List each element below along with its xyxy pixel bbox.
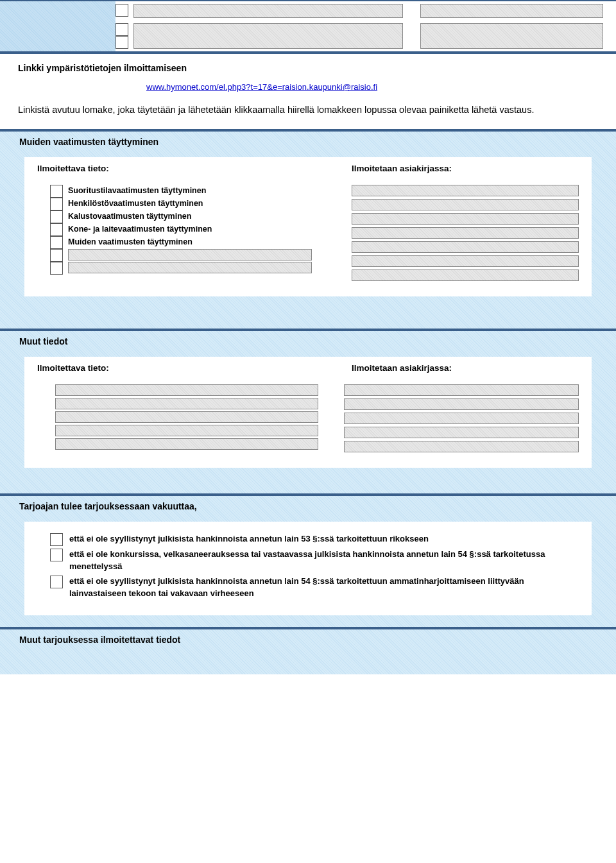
fill-field[interactable] — [133, 23, 403, 49]
top-content — [116, 1, 616, 51]
checkbox[interactable] — [116, 23, 128, 36]
checkbox[interactable] — [50, 210, 63, 223]
top-row-1 — [116, 1, 616, 21]
link-paragraph: Linkistä avutuu lomake, joka täytetään j… — [18, 103, 603, 116]
top-row-2 — [116, 21, 616, 51]
fill-field[interactable] — [344, 441, 579, 452]
fill-field[interactable] — [352, 199, 579, 210]
col-header-left: Ilmoitettava tieto: — [37, 363, 313, 373]
fill-field[interactable] — [352, 255, 579, 267]
checkbox[interactable] — [50, 185, 63, 198]
requirement-label: Kalustovaatimusten täyttyminen — [68, 210, 191, 221]
fill-field[interactable] — [352, 213, 579, 225]
fill-field[interactable] — [133, 4, 403, 18]
checkbox[interactable] — [50, 533, 63, 546]
checkbox[interactable] — [50, 249, 63, 262]
fill-field[interactable] — [68, 249, 312, 261]
requirement-label: Suoritustilavaatimusten täyttyminen — [68, 185, 206, 195]
fill-field[interactable] — [55, 425, 318, 436]
col-header-right: Ilmoitetaan asiakirjassa: — [352, 164, 579, 173]
assurance-text: että ei ole konkursissa, velkasaneerauks… — [69, 549, 579, 573]
env-info-link[interactable]: www.hymonet.com/el.php3?t=17&e=raision.k… — [146, 82, 377, 92]
checkbox[interactable] — [50, 262, 63, 275]
checkbox[interactable] — [50, 576, 63, 588]
fill-field[interactable] — [352, 241, 579, 253]
checkbox[interactable] — [50, 549, 63, 561]
col-header-left: Ilmoitettava tieto: — [37, 164, 313, 173]
checkbox[interactable] — [50, 223, 63, 236]
assurance-list: että ei ole syyllistynyt julkisista hank… — [24, 522, 592, 615]
inner-box: Ilmoitettava tieto: Ilmoitetaan asiakirj… — [24, 157, 592, 296]
section-link: Linkki ympäristötietojen ilmoittamiseen … — [0, 53, 616, 130]
checkbox[interactable] — [116, 36, 128, 49]
fill-field[interactable] — [55, 384, 318, 396]
checkbox[interactable] — [116, 4, 128, 17]
requirement-label: Kone- ja laitevaatimusten täyttyminen — [68, 223, 212, 234]
section-header: Muut tiedot — [0, 331, 616, 352]
fill-field[interactable] — [55, 411, 318, 423]
top-block — [0, 0, 616, 53]
page: Linkki ympäristötietojen ilmoittamiseen … — [0, 0, 616, 674]
section-header: Tarjoajan tulee tarjouksessaan vakuuttaa… — [0, 496, 616, 517]
fill-field[interactable] — [344, 384, 579, 396]
assurance-text: että ei ole syyllistynyt julkisista hank… — [69, 576, 579, 600]
fill-field[interactable] — [55, 438, 318, 450]
fill-field[interactable] — [344, 398, 579, 410]
assurance-text: että ei ole syyllistynyt julkisista hank… — [69, 533, 429, 545]
fill-field[interactable] — [344, 413, 579, 424]
fill-field[interactable] — [420, 4, 603, 18]
requirement-label: Henkilöstövaatimusten täyttyminen — [68, 198, 203, 208]
checkbox[interactable] — [50, 198, 63, 210]
fill-field[interactable] — [420, 23, 603, 49]
section-header: Muiden vaatimusten täyttyminen — [0, 132, 616, 152]
fill-field[interactable] — [55, 398, 318, 409]
fill-field[interactable] — [352, 269, 579, 281]
fill-field[interactable] — [352, 227, 579, 239]
section-muut-tarjouksessa: Muut tarjouksessa ilmoitettavat tiedot — [0, 628, 616, 674]
section-header: Muut tarjouksessa ilmoitettavat tiedot — [0, 629, 616, 664]
fill-field[interactable] — [344, 427, 579, 438]
fill-field[interactable] — [68, 262, 312, 273]
link-section-title: Linkki ympäristötietojen ilmoittamiseen — [18, 63, 603, 73]
section-muut-tiedot: Muut tiedot Ilmoitettava tieto: Ilmoitet… — [0, 330, 616, 495]
section-muiden-vaatimusten: Muiden vaatimusten täyttyminen Ilmoitett… — [0, 130, 616, 330]
sidebar-stripe — [0, 1, 116, 51]
section-vakuuttaa: Tarjoajan tulee tarjouksessaan vakuuttaa… — [0, 495, 616, 628]
requirement-label: Muiden vaatimusten täyttyminen — [68, 236, 193, 246]
col-header-right: Ilmoitetaan asiakirjassa: — [352, 363, 579, 373]
inner-box: Ilmoitettava tieto: Ilmoitetaan asiakirj… — [24, 357, 592, 468]
fill-field[interactable] — [352, 185, 579, 196]
checkbox[interactable] — [50, 236, 63, 249]
